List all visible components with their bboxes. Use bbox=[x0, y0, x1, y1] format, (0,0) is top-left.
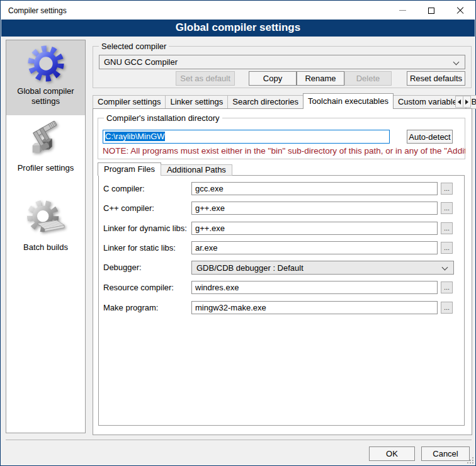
selected-text: C:\raylib\MinGW bbox=[105, 132, 165, 141]
window-title: Compiler settings bbox=[8, 6, 67, 15]
chevron-down-icon bbox=[442, 264, 448, 271]
settings-category-list: Global compiler settings bbox=[6, 40, 86, 433]
titlebar: Compiler settings bbox=[1, 1, 475, 20]
chevron-down-icon bbox=[453, 59, 460, 65]
sidebar-item-global-compiler-settings[interactable]: Global compiler settings bbox=[6, 40, 85, 115]
tab-scroll-arrows bbox=[456, 96, 471, 108]
browse-static-linker-button[interactable]: ... bbox=[441, 242, 453, 254]
arrow-left-icon bbox=[458, 99, 461, 105]
close-icon bbox=[456, 7, 464, 14]
dynamic-linker-input[interactable] bbox=[191, 222, 438, 235]
sidebar-item-label: Global compiler settings bbox=[6, 86, 85, 106]
resize-grip[interactable] bbox=[467, 457, 473, 463]
debugger-select[interactable]: GDB/CDB debugger : Default bbox=[191, 261, 454, 275]
tab-search-directories[interactable]: Search directories bbox=[227, 95, 303, 109]
set-as-default-button: Set as default bbox=[176, 71, 235, 86]
browse-make-program-button[interactable]: ... bbox=[441, 302, 453, 314]
group-label: Selected compiler bbox=[99, 42, 169, 51]
sidebar-item-profiler-settings[interactable]: Profiler settings bbox=[6, 115, 85, 186]
field-label-dynamic-linker: Linker for dynamic libs: bbox=[103, 224, 190, 233]
tab-additional-paths[interactable]: Additional Paths bbox=[161, 164, 232, 176]
rename-button[interactable]: Rename bbox=[297, 71, 344, 86]
field-label-static-linker: Linker for static libs: bbox=[103, 243, 190, 253]
compiler-select-value: GNU GCC Compiler bbox=[104, 57, 178, 67]
reset-defaults-button[interactable]: Reset defaults bbox=[407, 71, 465, 86]
close-button[interactable] bbox=[446, 1, 475, 20]
compiler-settings-dialog: Compiler settings Global compiler settin… bbox=[0, 0, 476, 466]
gear-blue-icon bbox=[6, 44, 85, 83]
group-label: Compiler's installation directory bbox=[104, 113, 222, 123]
field-label-c-compiler: C compiler: bbox=[103, 184, 190, 193]
tab-toolchain-executables[interactable]: Toolchain executables bbox=[303, 93, 394, 109]
resource-compiler-input[interactable] bbox=[191, 281, 438, 294]
footer-divider bbox=[6, 440, 472, 440]
gear-stack-icon bbox=[6, 200, 85, 239]
c-compiler-input[interactable] bbox=[191, 182, 438, 195]
settings-tabbar: Compiler settings Linker settings Search… bbox=[93, 93, 476, 109]
field-label-make-program: Make program: bbox=[103, 303, 190, 312]
browse-c-compiler-button[interactable]: ... bbox=[441, 183, 453, 195]
field-label-resource-compiler: Resource compiler: bbox=[103, 283, 190, 292]
arrow-right-icon bbox=[465, 99, 468, 105]
cancel-button[interactable]: Cancel bbox=[421, 446, 470, 461]
caliper-icon bbox=[6, 121, 85, 160]
tab-scroll-right-button[interactable] bbox=[463, 96, 471, 108]
browse-cpp-compiler-button[interactable]: ... bbox=[441, 202, 453, 214]
static-linker-input[interactable] bbox=[191, 241, 438, 254]
tab-program-files[interactable]: Program Files bbox=[98, 162, 161, 176]
installation-directory-input[interactable]: C:\raylib\MinGW bbox=[103, 130, 390, 144]
maximize-button[interactable] bbox=[417, 1, 446, 20]
cpp-compiler-input[interactable] bbox=[191, 202, 438, 215]
directory-note: NOTE: All programs must exist either in … bbox=[103, 146, 465, 156]
debugger-select-value: GDB/CDB debugger : Default bbox=[196, 263, 303, 273]
maximize-icon bbox=[428, 8, 434, 14]
copy-button[interactable]: Copy bbox=[249, 71, 297, 86]
field-label-cpp-compiler: C++ compiler: bbox=[103, 203, 190, 213]
browse-resource-compiler-button[interactable]: ... bbox=[441, 281, 453, 293]
sidebar-item-batch-builds[interactable]: Batch builds bbox=[6, 186, 85, 266]
delete-button: Delete bbox=[344, 71, 392, 86]
sidebar-item-label: Batch builds bbox=[6, 242, 85, 253]
field-label-debugger: Debugger: bbox=[103, 263, 190, 272]
ok-button[interactable]: OK bbox=[369, 446, 415, 461]
tab-linker-settings[interactable]: Linker settings bbox=[165, 95, 228, 109]
auto-detect-button[interactable]: Auto-detect bbox=[407, 130, 453, 144]
sidebar-item-label: Profiler settings bbox=[6, 163, 85, 173]
compiler-select[interactable]: GNU GCC Compiler bbox=[99, 55, 465, 69]
minimize-icon bbox=[399, 10, 406, 11]
make-program-input[interactable] bbox=[191, 301, 438, 314]
browse-dynamic-linker-button[interactable]: ... bbox=[441, 222, 453, 234]
tab-compiler-settings[interactable]: Compiler settings bbox=[93, 95, 166, 109]
minimize-button[interactable] bbox=[388, 1, 417, 20]
program-files-tabbar: Program Files Additional Paths bbox=[98, 162, 232, 176]
page-title: Global compiler settings bbox=[1, 20, 475, 37]
